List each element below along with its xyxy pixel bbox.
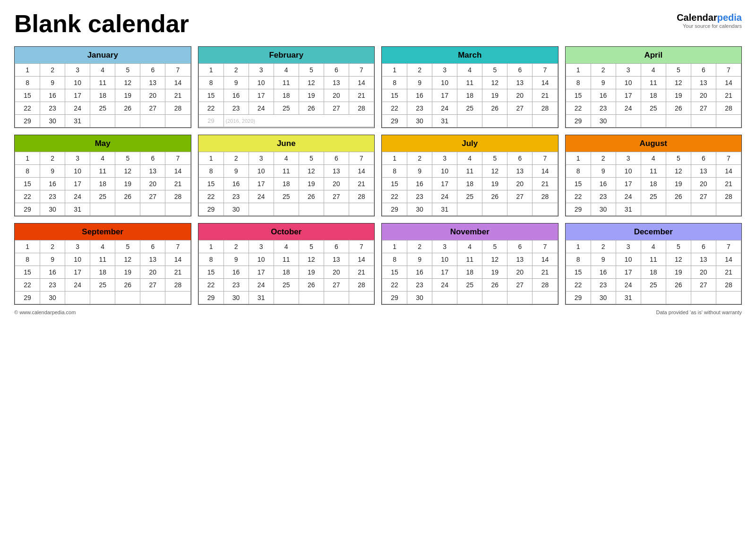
brand-tagline: Your source for calendars [677, 23, 742, 29]
day-cell: 20 [507, 266, 533, 279]
day-cell: 11 [90, 253, 115, 266]
day-cell: 23 [40, 102, 65, 115]
day-cell: 12 [666, 77, 691, 89]
day-cell: 11 [457, 77, 482, 89]
day-cell: 14 [349, 165, 374, 178]
day-cell: 27 [140, 279, 165, 292]
table-row: 29(2016, 2020) [198, 115, 374, 127]
day-cell: 24 [616, 190, 641, 203]
table-row: 293031 [198, 292, 374, 304]
day-cell: 19 [299, 266, 324, 279]
month-header-january: January [15, 47, 191, 63]
day-cell: 28 [533, 102, 558, 115]
day-cell: 29 [566, 203, 591, 216]
day-cell: 7 [349, 240, 374, 253]
day-cell: 15 [566, 178, 591, 190]
day-cell: 21 [533, 178, 558, 190]
day-cell: 15 [198, 89, 223, 102]
day-cell: 31 [65, 203, 90, 216]
table-row: 22232425262728 [198, 102, 374, 115]
day-cell: 4 [641, 64, 666, 77]
day-cell: 30 [591, 203, 616, 216]
day-cell: 18 [641, 89, 666, 102]
month-block-december: December12345678910111213141516171819202… [565, 223, 742, 305]
day-cell [457, 203, 482, 216]
day-cell: 20 [324, 178, 349, 190]
day-cell: 30 [407, 115, 432, 128]
table-row: 1234567 [382, 240, 558, 253]
day-cell: 12 [115, 77, 140, 89]
day-cell: 16 [223, 178, 249, 190]
day-cell: 18 [274, 266, 299, 279]
day-cell: 17 [249, 89, 274, 102]
day-cell: 24 [65, 190, 90, 203]
day-cell: 18 [90, 266, 115, 279]
day-cell: 6 [324, 64, 349, 77]
brand-logo: Calendarpedia Your source for calendars [677, 9, 742, 29]
day-cell: 30 [223, 292, 249, 304]
day-cell: 20 [691, 89, 716, 102]
day-cell: 3 [432, 152, 457, 165]
month-header-march: March [382, 47, 558, 63]
day-cell: 14 [165, 77, 190, 89]
day-cell: 3 [249, 152, 274, 165]
day-cell: 12 [299, 253, 324, 266]
day-cell: 22 [15, 190, 40, 203]
day-cell: 9 [223, 253, 249, 266]
day-cell: 21 [165, 89, 190, 102]
day-cell: 2 [407, 240, 432, 253]
day-cell: 18 [274, 178, 299, 190]
day-cell: 12 [666, 165, 691, 178]
day-cell: 11 [457, 253, 482, 266]
day-cell: 30 [591, 292, 616, 304]
day-cell: 2 [223, 152, 249, 165]
month-header-may: May [15, 135, 191, 152]
day-cell: 18 [90, 178, 115, 190]
day-cell: 22 [566, 190, 591, 203]
day-cell: 17 [616, 89, 641, 102]
month-block-april: April12345678910111213141516171819202122… [565, 46, 742, 128]
day-cell: 9 [407, 77, 432, 89]
day-cell: 7 [533, 152, 558, 165]
day-cell: 22 [382, 190, 407, 203]
day-cell: 11 [457, 165, 482, 178]
day-cell: 18 [457, 178, 482, 190]
day-cell: 8 [382, 253, 407, 266]
month-block-january: January123456789101112131415161718192021… [14, 46, 191, 128]
day-cell: 19 [299, 178, 324, 190]
table-row: 1234567 [566, 64, 741, 77]
day-cell: 25 [457, 279, 482, 292]
day-cell: 17 [616, 178, 641, 190]
day-cell: 10 [616, 77, 641, 89]
day-cell: 1 [15, 64, 40, 77]
table-row: 15161718192021 [198, 178, 374, 190]
month-block-february: February12345678910111213141516171819202… [198, 46, 375, 128]
day-cell: 7 [165, 152, 190, 165]
day-cell [691, 115, 716, 128]
month-header-october: October [198, 223, 375, 240]
month-table-april: 1234567891011121314151617181920212223242… [566, 63, 742, 128]
day-cell: 4 [90, 64, 115, 77]
day-cell: 20 [507, 89, 533, 102]
table-row: 293031 [15, 203, 191, 216]
day-cell: 25 [457, 102, 482, 115]
day-cell: 9 [223, 165, 249, 178]
day-cell: 16 [591, 89, 616, 102]
day-cell: 29 [566, 115, 591, 128]
day-cell: 10 [249, 253, 274, 266]
day-cell: 26 [482, 190, 507, 203]
day-cell: 8 [382, 165, 407, 178]
day-cell [140, 115, 165, 128]
day-cell: 5 [299, 64, 324, 77]
day-cell: 8 [198, 77, 223, 89]
day-cell: 13 [324, 77, 349, 89]
table-row: 1234567 [15, 64, 191, 77]
footer-left: © www.calendarpedia.com [14, 309, 76, 315]
table-row: 15161718192021 [198, 266, 374, 279]
day-cell: 28 [716, 190, 741, 203]
day-cell: 14 [349, 77, 374, 89]
day-cell: 17 [432, 178, 457, 190]
table-row: 1234567 [198, 64, 374, 77]
day-cell: 4 [274, 152, 299, 165]
day-cell: 10 [432, 77, 457, 89]
